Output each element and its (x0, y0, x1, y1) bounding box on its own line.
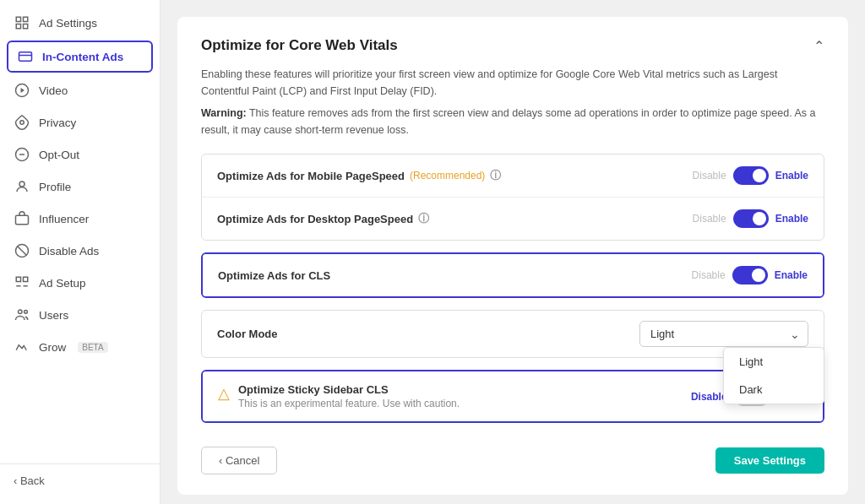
color-mode-select[interactable]: Light Dark (639, 321, 808, 347)
main-content: Optimize for Core Web Vitals ⌃ Enabling … (160, 0, 865, 504)
sidebar-item-video[interactable]: Video (0, 74, 160, 106)
ad-settings-icon (14, 14, 30, 31)
cls-toggle[interactable] (732, 266, 768, 285)
sticky-cls-title: Optimize Sticky Sidebar CLS (238, 383, 460, 396)
mobile-toggle[interactable] (733, 166, 769, 185)
svg-point-19 (19, 310, 23, 314)
color-mode-label: Color Mode (217, 328, 278, 340)
card-title: Optimize for Core Web Vitals (201, 37, 398, 54)
desktop-enable-label: Enable (775, 213, 808, 225)
sidebar-item-users[interactable]: Users (0, 299, 160, 331)
cls-label: Optimize Ads for CLS (218, 269, 330, 282)
sidebar-item-disable-ads[interactable]: Disable Ads (0, 235, 160, 267)
mobile-row-label: Optimize Ads for Mobile PageSpeed (Recom… (217, 168, 501, 183)
collapse-icon[interactable]: ⌃ (813, 38, 824, 54)
sidebar-item-grow[interactable]: Grow BETA (0, 331, 160, 363)
privacy-icon (14, 114, 30, 131)
description-text: Enabling these features will prioritize … (201, 66, 824, 100)
warning-text: Warning: This feature removes ads from t… (201, 105, 824, 138)
beta-badge: BETA (78, 342, 107, 353)
sticky-cls-subtitle: This is an experimental feature. Use wit… (238, 398, 460, 409)
svg-point-11 (19, 182, 24, 187)
sidebar-label-profile: Profile (39, 181, 71, 193)
svg-rect-3 (24, 24, 28, 29)
color-mode-select-wrapper: Light Dark ⌄ (639, 321, 808, 347)
sidebar-label-opt-out: Opt-Out (39, 149, 79, 161)
svg-line-14 (18, 247, 27, 256)
svg-rect-2 (16, 24, 20, 29)
desktop-disable-label: Disable (693, 213, 726, 225)
cls-label-text: Optimize Ads for CLS (218, 269, 330, 282)
sidebar-label-in-content-ads: In-Content Ads (42, 51, 123, 63)
svg-marker-7 (21, 88, 25, 93)
profile-icon (14, 178, 30, 195)
desktop-label-text: Optimize Ads for Desktop PageSpeed (217, 213, 413, 225)
svg-rect-0 (16, 17, 20, 21)
mobile-toggle-group: Disable Enable (693, 166, 808, 185)
sticky-disable-label: Disable (691, 391, 727, 403)
recommended-badge: (Recommended) (410, 170, 485, 182)
pagespeed-section: Optimize Ads for Mobile PageSpeed (Recom… (201, 154, 824, 241)
warning-prefix: Warning: (201, 107, 247, 119)
card-footer: ‹ Cancel Save Settings (201, 435, 824, 474)
core-web-vitals-card: Optimize for Core Web Vitals ⌃ Enabling … (177, 17, 848, 495)
sidebar-item-ad-setup[interactable]: Ad Setup (0, 267, 160, 299)
dropdown-option-light[interactable]: Light (724, 348, 824, 376)
svg-point-8 (20, 121, 24, 125)
sidebar-label-users: Users (39, 309, 68, 322)
svg-rect-15 (16, 277, 20, 281)
sidebar-label-grow: Grow (39, 341, 66, 354)
svg-point-20 (24, 310, 28, 313)
sidebar-item-opt-out[interactable]: Opt-Out (0, 138, 160, 171)
cls-row: Optimize Ads for CLS Disable Enable (203, 254, 823, 296)
cls-disable-label: Disable (692, 269, 726, 281)
sidebar-label-disable-ads: Disable Ads (39, 245, 99, 257)
mobile-label-text: Optimize Ads for Mobile PageSpeed (217, 170, 405, 182)
dropdown-option-dark[interactable]: Dark (724, 376, 824, 404)
cls-toggle-group: Disable Enable (692, 266, 808, 285)
sidebar-item-influencer[interactable]: Influencer (0, 203, 160, 235)
mobile-enable-label: Enable (775, 170, 808, 182)
disable-ads-icon (14, 242, 30, 259)
sidebar-label-influencer: Influencer (39, 213, 89, 225)
sidebar-label-ad-settings: Ad Settings (39, 17, 97, 30)
svg-rect-12 (16, 215, 29, 225)
mobile-disable-label: Disable (693, 170, 726, 182)
desktop-pagespeed-row: Optimize Ads for Desktop PageSpeed ⓘ Dis… (202, 198, 824, 240)
video-icon (14, 82, 30, 99)
sidebar-label-ad-setup: Ad Setup (39, 277, 86, 290)
save-button[interactable]: Save Settings (715, 447, 824, 474)
sticky-cls-label-group: △ Optimize Sticky Sidebar CLS This is an… (218, 383, 460, 409)
sidebar-label-video: Video (39, 84, 68, 97)
warning-body: This feature removes ads from the first … (201, 107, 815, 136)
users-icon (14, 306, 30, 323)
grow-icon (14, 339, 30, 355)
back-button[interactable]: ‹ Back (0, 463, 160, 497)
influencer-icon (14, 210, 30, 227)
color-mode-container: Color Mode Light Dark ⌄ Light Dark (201, 310, 824, 358)
sticky-cls-text: Optimize Sticky Sidebar CLS This is an e… (238, 383, 460, 409)
sidebar: Ad Settings In-Content Ads Video Privacy… (0, 0, 160, 504)
sidebar-item-privacy[interactable]: Privacy (0, 106, 160, 138)
opt-out-icon (14, 146, 30, 163)
desktop-toggle[interactable] (733, 209, 769, 228)
desktop-toggle-group: Disable Enable (693, 209, 808, 228)
card-header: Optimize for Core Web Vitals ⌃ (201, 37, 824, 54)
sidebar-item-profile[interactable]: Profile (0, 171, 160, 203)
sidebar-item-in-content-ads[interactable]: In-Content Ads (7, 41, 153, 73)
in-content-icon (17, 48, 34, 65)
cancel-button[interactable]: ‹ Cancel (201, 447, 277, 474)
svg-rect-1 (24, 17, 28, 21)
back-label: ‹ Back (14, 474, 45, 487)
svg-rect-16 (24, 277, 28, 281)
cls-enable-label: Enable (775, 269, 808, 281)
desktop-info-icon[interactable]: ⓘ (418, 211, 429, 226)
sidebar-label-privacy: Privacy (39, 117, 76, 129)
warning-triangle-icon: △ (218, 384, 230, 403)
color-mode-dropdown: Light Dark (723, 347, 824, 404)
sidebar-item-ad-settings[interactable]: Ad Settings (0, 7, 160, 39)
mobile-pagespeed-row: Optimize Ads for Mobile PageSpeed (Recom… (202, 154, 824, 198)
cls-highlighted-wrapper: Optimize Ads for CLS Disable Enable (201, 252, 824, 298)
desktop-row-label: Optimize Ads for Desktop PageSpeed ⓘ (217, 211, 429, 226)
mobile-info-icon[interactable]: ⓘ (490, 168, 501, 183)
